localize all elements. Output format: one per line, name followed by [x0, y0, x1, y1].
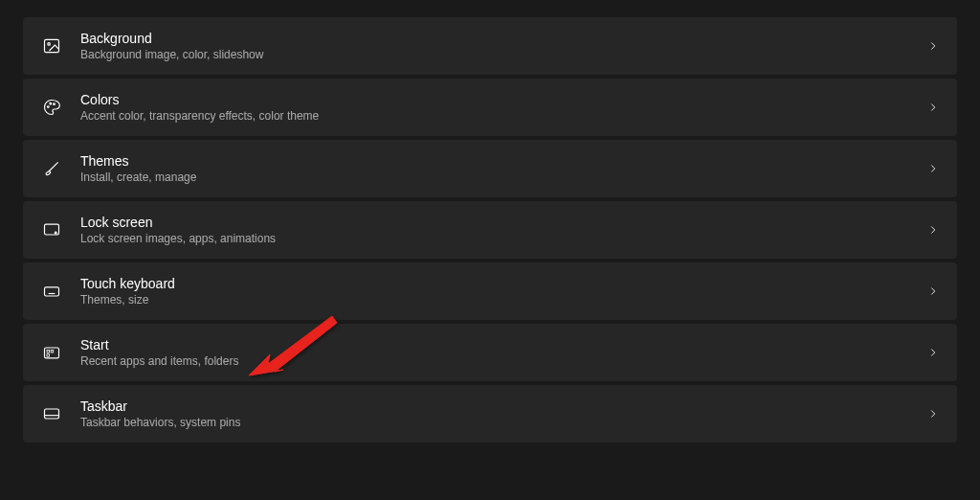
text-block: Touch keyboard Themes, size	[80, 276, 926, 307]
svg-point-3	[50, 102, 52, 104]
start-icon	[40, 341, 63, 364]
item-title: Start	[80, 337, 926, 352]
item-subtitle: Accent color, transparency effects, colo…	[80, 109, 926, 123]
item-subtitle: Taskbar behaviors, system pins	[80, 416, 926, 429]
chevron-right-icon	[926, 284, 940, 298]
lock-screen-icon	[40, 218, 63, 241]
item-title: Touch keyboard	[80, 276, 926, 291]
keyboard-icon	[40, 280, 63, 303]
chevron-right-icon	[926, 39, 940, 53]
item-subtitle: Recent apps and items, folders	[80, 354, 926, 368]
item-subtitle: Install, create, manage	[80, 170, 926, 184]
svg-rect-0	[45, 39, 59, 52]
svg-point-4	[54, 103, 56, 105]
text-block: Taskbar Taskbar behaviors, system pins	[80, 398, 926, 429]
item-subtitle: Themes, size	[80, 293, 926, 307]
settings-item-taskbar[interactable]: Taskbar Taskbar behaviors, system pins	[23, 385, 957, 443]
settings-item-lockscreen[interactable]: Lock screen Lock screen images, apps, an…	[23, 201, 957, 259]
item-subtitle: Background image, color, slideshow	[80, 48, 926, 61]
item-title: Themes	[80, 153, 926, 169]
image-icon	[40, 34, 63, 57]
svg-rect-16	[45, 409, 59, 419]
chevron-right-icon	[926, 162, 940, 175]
svg-rect-13	[47, 351, 50, 353]
svg-rect-7	[45, 287, 59, 296]
svg-point-2	[47, 106, 49, 108]
settings-list: Background Background image, color, slid…	[23, 17, 957, 443]
chevron-right-icon	[926, 101, 940, 114]
settings-item-background[interactable]: Background Background image, color, slid…	[23, 17, 957, 75]
taskbar-icon	[40, 402, 63, 425]
item-title: Taskbar	[80, 398, 926, 414]
item-subtitle: Lock screen images, apps, animations	[80, 232, 926, 245]
settings-item-colors[interactable]: Colors Accent color, transparency effect…	[23, 79, 957, 136]
item-title: Background	[80, 31, 926, 46]
palette-icon	[40, 96, 63, 119]
item-title: Colors	[80, 92, 926, 107]
chevron-right-icon	[926, 407, 940, 420]
text-block: Colors Accent color, transparency effect…	[80, 92, 926, 123]
settings-item-themes[interactable]: Themes Install, create, manage	[23, 140, 957, 197]
chevron-right-icon	[926, 346, 940, 359]
text-block: Lock screen Lock screen images, apps, an…	[80, 215, 926, 245]
text-block: Themes Install, create, manage	[80, 153, 926, 184]
settings-item-start[interactable]: Start Recent apps and items, folders	[23, 324, 957, 381]
text-block: Background Background image, color, slid…	[80, 31, 926, 61]
settings-item-touchkeyboard[interactable]: Touch keyboard Themes, size	[23, 262, 957, 320]
brush-icon	[40, 157, 63, 180]
text-block: Start Recent apps and items, folders	[80, 337, 926, 368]
svg-rect-15	[47, 354, 50, 357]
item-title: Lock screen	[80, 215, 926, 230]
chevron-right-icon	[926, 223, 940, 237]
svg-point-1	[48, 43, 51, 46]
svg-rect-14	[51, 351, 54, 353]
